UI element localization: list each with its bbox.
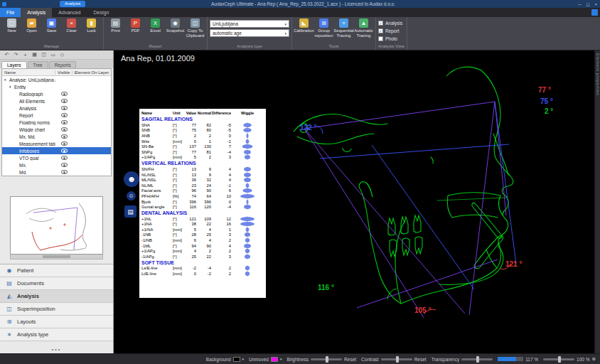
tree-row-analyse-uniljubljana-23-03[interactable]: ▾Analyse: UniLjubljana (23.03... xyxy=(2,76,111,83)
sidebar-item-analysis-type[interactable]: ∗Analysis type xyxy=(0,328,113,341)
select-rect-icon[interactable]: ▭ xyxy=(50,52,56,58)
contrast-slider[interactable] xyxy=(381,358,412,360)
visibility-eye-icon[interactable] xyxy=(61,92,68,96)
tab-analysis[interactable]: Analysis xyxy=(21,8,52,17)
quick-access-tab[interactable]: Analysis xyxy=(60,1,85,7)
report-checkbox[interactable]: ✓Report xyxy=(378,28,402,34)
calibration-button[interactable]: ◣Calibration xyxy=(294,18,314,33)
visibility-eye-icon[interactable] xyxy=(61,99,68,103)
open-button[interactable]: ▰Open xyxy=(22,18,41,33)
sidebar-resize-handle[interactable]: ••• xyxy=(0,346,113,353)
expander-icon[interactable]: ▾ xyxy=(9,85,14,89)
copy-to-clipboard-button[interactable]: ◫Copy To Clipboard xyxy=(186,18,205,38)
group-reposition-button[interactable]: ⊞Group reposition xyxy=(314,18,333,38)
maximize-icon[interactable]: ◻ xyxy=(586,1,590,6)
analysis-type-combo-1[interactable]: UniLjubljana▾ xyxy=(210,20,289,28)
save-button[interactable]: ▣Save xyxy=(42,18,61,33)
patient-head-icon-button[interactable]: ☻ xyxy=(124,171,139,187)
pdf-button[interactable]: PPDF xyxy=(126,18,145,33)
sidebar-tab-reports[interactable]: Reports xyxy=(49,61,77,68)
automatic-tracing-button[interactable]: ▲Automatic Tracing xyxy=(354,18,373,38)
sidebar-item-patient[interactable]: ◉Patient xyxy=(0,264,113,277)
tab-file[interactable]: File xyxy=(0,8,21,17)
visibility-eye-icon[interactable] xyxy=(61,127,68,132)
layers-icon[interactable]: ◫ xyxy=(41,52,47,58)
photo-checkbox[interactable]: Photo xyxy=(378,36,402,42)
chevron-down-icon[interactable]: ▾ xyxy=(242,357,245,361)
snapshot-button[interactable]: ◉Snapshot xyxy=(166,18,185,33)
visibility-eye-icon[interactable] xyxy=(61,141,68,146)
chevron-down-icon[interactable]: ▾ xyxy=(280,357,282,361)
redo-icon[interactable]: ↷ xyxy=(13,52,19,58)
minimize-icon[interactable]: ─ xyxy=(578,2,581,6)
tree-row-mx[interactable]: Mx. xyxy=(2,161,111,168)
transparency-slider[interactable] xyxy=(461,358,493,360)
analysis-checkbox[interactable]: ✓Analysis xyxy=(378,20,402,26)
tree-row-entity[interactable]: ▾Entity xyxy=(2,83,111,90)
visibility-eye-icon[interactable] xyxy=(61,120,68,124)
sidebar-item-superimposition[interactable]: ◫Superimposition xyxy=(0,303,113,316)
zoom-progress-bar[interactable] xyxy=(498,357,523,361)
visibility-eye-icon[interactable] xyxy=(61,163,68,167)
angle-measurement-label: 121 ° xyxy=(505,260,522,268)
visibility-eye-icon[interactable] xyxy=(61,156,68,160)
visibility-eye-icon[interactable] xyxy=(61,113,68,117)
contrast-reset-button[interactable]: Reset xyxy=(414,357,427,362)
visibility-eye-icon[interactable] xyxy=(61,149,68,153)
visibility-eye-icon[interactable] xyxy=(61,106,68,110)
tree-row-report[interactable]: Report xyxy=(2,112,111,119)
tree-row-analysis[interactable]: Analysis xyxy=(2,105,111,112)
analysis-type-combo-2[interactable]: automatic age▾ xyxy=(210,29,289,37)
excel-button[interactable]: XExcel xyxy=(146,18,165,33)
brightness-reset-button[interactable]: Reset xyxy=(344,357,356,362)
thumbnail-scrollbar[interactable] xyxy=(10,255,103,259)
tree-row-wiggle-chart[interactable]: Wiggle chart xyxy=(2,126,111,133)
sidebar-tab-tree[interactable]: Tree xyxy=(28,61,48,68)
visibility-eye-icon[interactable] xyxy=(61,134,68,139)
ribbon-help-icon[interactable] xyxy=(591,9,598,16)
analysis-lines-blue xyxy=(320,102,516,289)
measurement-table-panel[interactable]: NameUnitValueNormalDifferenceWiggle SAGI… xyxy=(139,109,266,298)
element-properties-strip[interactable]: Element properties xyxy=(594,50,600,353)
unmoved-color-swatch[interactable] xyxy=(271,357,278,362)
tree-row-floating-norms[interactable]: Floating norms xyxy=(2,119,111,126)
zoom-fit-icon[interactable]: ⊕ xyxy=(592,356,596,362)
grid-icon[interactable]: ▦ xyxy=(31,52,38,58)
ceph-canvas[interactable]: Ana Rep, 01.01.2009 xyxy=(114,50,594,353)
slider-thumb[interactable] xyxy=(396,356,399,363)
slider-thumb[interactable] xyxy=(558,356,561,363)
tree-row-all-elements[interactable]: All Elements xyxy=(2,97,111,105)
slider-thumb[interactable] xyxy=(476,356,479,363)
visibility-eye-icon[interactable] xyxy=(61,170,68,174)
sidebar-item-documents[interactable]: ▤Documents xyxy=(0,277,113,290)
tree-row-infoboxes[interactable]: Infoboxes xyxy=(2,147,111,154)
new-button[interactable]: ▢New xyxy=(2,18,21,33)
brightness-slider[interactable] xyxy=(311,358,342,360)
tree-row-mx-md[interactable]: Mx. Md. xyxy=(2,133,111,140)
patient-small-icon-button[interactable]: ☺ xyxy=(127,191,136,200)
tracing-thumbnail[interactable] xyxy=(10,196,103,255)
clear-button[interactable]: ×Clear xyxy=(62,18,81,33)
tab-design[interactable]: Design xyxy=(87,8,116,17)
lock-button[interactable]: ▮Lock xyxy=(82,18,101,33)
sidebar-item-analysis[interactable]: ◭Analysis xyxy=(0,290,113,303)
sidebar-item-layouts[interactable]: ⊞Layouts xyxy=(0,316,113,328)
sidebar-tab-layers[interactable]: Layers xyxy=(1,61,27,68)
tree-row-vto-goal[interactable]: VTO goal xyxy=(2,154,111,161)
print-button[interactable]: ▤Print xyxy=(106,18,125,33)
measurement-difference: -5 xyxy=(211,128,231,132)
undo-icon[interactable]: ↶ xyxy=(4,52,10,58)
sequential-tracing-button[interactable]: ≈Sequential Tracing xyxy=(334,18,353,38)
expander-icon[interactable]: ▾ xyxy=(4,77,9,82)
tree-row-measurement-table[interactable]: Measurement table xyxy=(2,140,111,147)
zoom-slider[interactable] xyxy=(543,358,574,360)
close-icon[interactable]: × xyxy=(594,2,597,6)
background-color-swatch[interactable] xyxy=(233,357,240,362)
tab-advanced[interactable]: Advanced xyxy=(52,8,87,17)
report-list-icon-button[interactable]: ▤ xyxy=(124,205,136,218)
tree-row-radiograph[interactable]: Radiograph xyxy=(2,90,111,97)
slider-thumb[interactable] xyxy=(326,356,328,363)
tree-row-md[interactable]: Md. xyxy=(2,168,111,176)
add-icon[interactable]: + xyxy=(22,53,28,58)
ruler-icon[interactable]: ◇ xyxy=(59,52,65,58)
